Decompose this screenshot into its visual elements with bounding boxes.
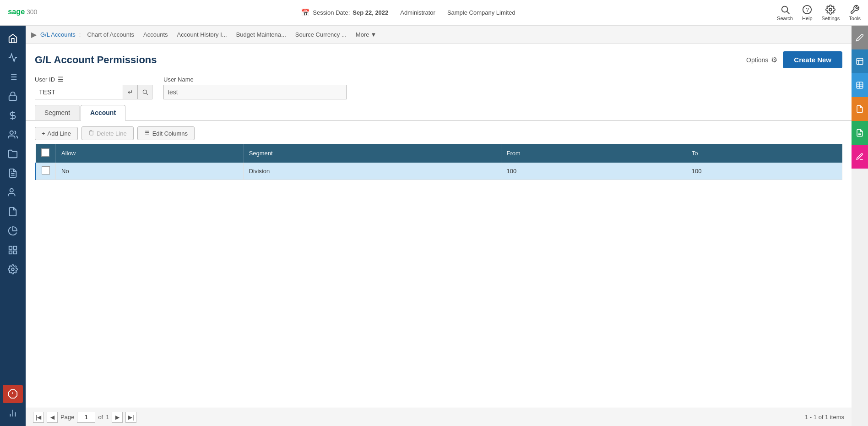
col-allow-label: Allow bbox=[61, 150, 76, 157]
cell-from: 100 bbox=[501, 163, 686, 180]
sidebar-item-home[interactable] bbox=[3, 29, 23, 48]
trash-icon bbox=[88, 130, 94, 137]
svg-line-3 bbox=[787, 11, 789, 14]
user-name-label-text: User Name bbox=[163, 76, 194, 83]
more-button[interactable]: More ▼ bbox=[353, 30, 380, 39]
sidebar-item-banking[interactable] bbox=[3, 106, 23, 125]
prev-page-button[interactable]: ◀ bbox=[47, 412, 58, 423]
sidebar-item-reports[interactable] bbox=[3, 164, 23, 182]
breadcrumb-arrow-toggle[interactable]: ▶ bbox=[31, 30, 37, 39]
col-header-allow: Allow bbox=[56, 144, 244, 163]
cell-allow: No bbox=[56, 163, 244, 180]
sidebar-item-dashboard[interactable] bbox=[3, 49, 23, 67]
user-name-label: User Name bbox=[163, 76, 347, 83]
options-button[interactable]: Options ⚙ bbox=[746, 55, 777, 64]
help-button[interactable]: ? Help bbox=[802, 5, 813, 21]
col-header-segment: Segment bbox=[243, 144, 501, 163]
sidebar-item-security[interactable] bbox=[3, 87, 23, 105]
col-segment-label: Segment bbox=[249, 150, 273, 157]
right-tab-columns[interactable] bbox=[852, 73, 868, 97]
breadcrumb-nav: ▶ G/L Accounts : Chart of Accounts Accou… bbox=[26, 26, 852, 44]
edit-columns-button[interactable]: Edit Columns bbox=[137, 126, 195, 140]
breadcrumb-budget[interactable]: Budget Maintena... bbox=[233, 30, 289, 39]
sidebar-item-files[interactable] bbox=[3, 145, 23, 163]
first-page-button[interactable]: |◀ bbox=[33, 412, 44, 423]
columns-icon bbox=[144, 130, 150, 137]
breadcrumb-chart-of-accounts[interactable]: Chart of Accounts bbox=[84, 30, 137, 39]
tools-button[interactable]: Tools bbox=[849, 5, 861, 21]
sidebar-item-contacts[interactable] bbox=[3, 183, 23, 202]
user-id-group: User ID ☰ ↵ bbox=[35, 76, 152, 99]
svg-rect-19 bbox=[9, 246, 12, 249]
page-number-input[interactable] bbox=[77, 412, 95, 423]
main-content: ▶ G/L Accounts : Chart of Accounts Accou… bbox=[26, 26, 852, 426]
hamburger-icon[interactable]: ☰ bbox=[58, 76, 64, 83]
sidebar-item-notes[interactable] bbox=[3, 202, 23, 221]
user-name-input[interactable] bbox=[163, 85, 347, 99]
right-tab-layout[interactable] bbox=[852, 49, 868, 73]
user-id-enter-button[interactable]: ↵ bbox=[123, 85, 138, 99]
col-from-label: From bbox=[507, 150, 521, 157]
right-tab-edit[interactable] bbox=[852, 145, 868, 169]
search-button[interactable]: Search bbox=[777, 5, 793, 21]
more-label: More bbox=[356, 31, 369, 38]
user-id-input[interactable] bbox=[35, 85, 123, 99]
sidebar-bottom bbox=[3, 385, 23, 426]
svg-rect-21 bbox=[14, 251, 16, 254]
create-new-button[interactable]: Create New bbox=[783, 51, 842, 68]
last-page-button[interactable]: ▶| bbox=[125, 412, 136, 423]
cell-to: 100 bbox=[686, 163, 842, 180]
breadcrumb-source-currency[interactable]: Source Currency ... bbox=[293, 30, 349, 39]
next-page-button[interactable]: ▶ bbox=[112, 412, 123, 423]
user-id-input-row: ↵ bbox=[35, 85, 152, 99]
user-name: Administrator bbox=[400, 9, 435, 16]
data-table: Allow Segment From To bbox=[35, 144, 842, 180]
svg-point-18 bbox=[10, 189, 13, 192]
row-checkbox[interactable] bbox=[42, 166, 50, 175]
table-row[interactable]: No Division 100 100 bbox=[36, 163, 842, 180]
col-header-checkbox[interactable] bbox=[36, 144, 56, 163]
svg-text:?: ? bbox=[806, 6, 809, 13]
pagination-bar: |◀ ◀ Page of 1 ▶ ▶| 1 - 1 of 1 items bbox=[26, 408, 852, 426]
header-checkbox[interactable] bbox=[41, 148, 49, 157]
svg-point-6 bbox=[830, 8, 832, 11]
add-line-button[interactable]: + Add Line bbox=[35, 127, 78, 140]
sidebar-item-transactions[interactable] bbox=[3, 68, 23, 86]
sidebar-item-settings[interactable] bbox=[3, 260, 23, 279]
help-label: Help bbox=[802, 16, 813, 21]
search-label: Search bbox=[777, 16, 793, 21]
session-date-value: Sep 22, 2022 bbox=[353, 9, 388, 16]
sidebar-item-alerts[interactable] bbox=[3, 385, 23, 403]
tab-account[interactable]: Account bbox=[81, 105, 125, 121]
sidebar-item-analytics[interactable] bbox=[3, 222, 23, 240]
sidebar bbox=[0, 26, 26, 426]
right-tab-pencil[interactable] bbox=[852, 26, 868, 49]
sidebar-item-grid[interactable] bbox=[3, 241, 23, 259]
cell-from-value: 100 bbox=[507, 168, 517, 175]
gear-icon: ⚙ bbox=[771, 55, 777, 64]
calendar-icon: 📅 bbox=[301, 8, 310, 17]
tab-segment[interactable]: Segment bbox=[35, 105, 80, 120]
cell-to-value: 100 bbox=[692, 168, 702, 175]
user-id-search-button[interactable] bbox=[138, 85, 152, 99]
top-header: sage 300 📅 Session Date: Sep 22, 2022 Ad… bbox=[0, 0, 868, 26]
of-label: of bbox=[98, 414, 103, 421]
sidebar-item-payroll[interactable] bbox=[3, 126, 23, 144]
right-tab-doc[interactable] bbox=[852, 121, 868, 145]
col-to-label: To bbox=[692, 150, 698, 157]
delete-line-button[interactable]: Delete Line bbox=[81, 126, 134, 140]
svg-rect-30 bbox=[857, 58, 863, 65]
tab-account-label: Account bbox=[90, 109, 116, 116]
right-tab-file[interactable] bbox=[852, 97, 868, 121]
breadcrumb-accounts[interactable]: Accounts bbox=[141, 30, 170, 39]
edit-columns-label: Edit Columns bbox=[152, 130, 188, 137]
breadcrumb-root[interactable]: G/L Accounts bbox=[40, 31, 76, 38]
pagination-controls: |◀ ◀ Page of 1 ▶ ▶| bbox=[33, 412, 136, 423]
form-area: User ID ☰ ↵ User Name bbox=[26, 72, 852, 105]
breadcrumb-account-history[interactable]: Account History I... bbox=[174, 30, 230, 39]
cell-checkbox[interactable] bbox=[36, 163, 56, 180]
sidebar-item-bar-chart[interactable] bbox=[3, 404, 23, 422]
page-label: Page bbox=[60, 414, 74, 421]
settings-button[interactable]: Settings bbox=[822, 5, 840, 21]
table-container: Allow Segment From To bbox=[26, 144, 852, 180]
